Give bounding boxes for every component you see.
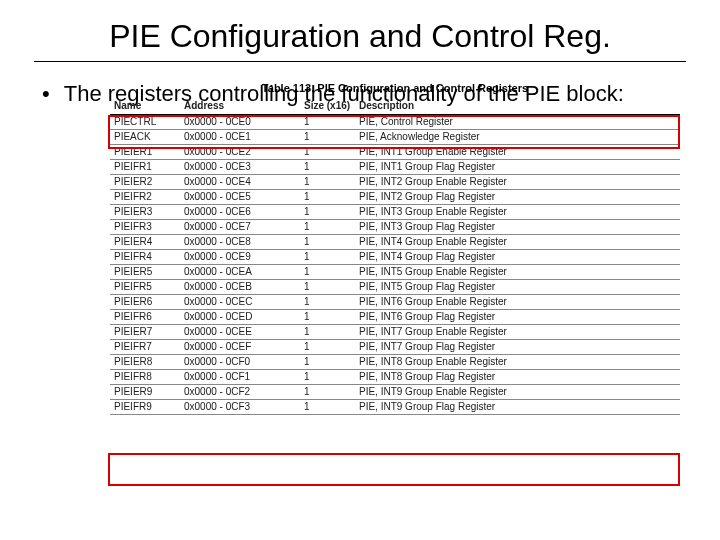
cell-size: 1 <box>300 294 355 309</box>
cell-name: PIEIER6 <box>110 294 180 309</box>
cell-name: PIEIER1 <box>110 144 180 159</box>
cell-size: 1 <box>300 369 355 384</box>
cell-addr: 0x0000 - 0CEF <box>180 339 300 354</box>
cell-desc: PIE, INT8 Group Flag Register <box>355 369 680 384</box>
table-header-row: Name Address Size (x16) Description <box>110 98 680 115</box>
cell-size: 1 <box>300 129 355 144</box>
cell-addr: 0x0000 - 0CF0 <box>180 354 300 369</box>
table-row: PIEIFR70x0000 - 0CEF1PIE, INT7 Group Fla… <box>110 339 680 354</box>
cell-desc: PIE, INT9 Group Enable Register <box>355 384 680 399</box>
table-row: PIEIFR90x0000 - 0CF31PIE, INT9 Group Fla… <box>110 399 680 414</box>
table-row: PIEIER20x0000 - 0CE41PIE, INT2 Group Ena… <box>110 174 680 189</box>
cell-addr: 0x0000 - 0CEB <box>180 279 300 294</box>
cell-name: PIEIFR9 <box>110 399 180 414</box>
title-underline <box>34 61 686 62</box>
cell-desc: PIE, INT2 Group Flag Register <box>355 189 680 204</box>
cell-size: 1 <box>300 354 355 369</box>
register-table: Name Address Size (x16) Description PIEC… <box>110 98 680 415</box>
page-title: PIE Configuration and Control Reg. <box>34 18 686 55</box>
cell-addr: 0x0000 - 0CE9 <box>180 249 300 264</box>
th-size: Size (x16) <box>300 98 355 115</box>
table-row: PIEIFR50x0000 - 0CEB1PIE, INT5 Group Fla… <box>110 279 680 294</box>
cell-desc: PIE, INT3 Group Flag Register <box>355 219 680 234</box>
table-row: PIEIER10x0000 - 0CE21PIE, INT1 Group Ena… <box>110 144 680 159</box>
cell-addr: 0x0000 - 0CE3 <box>180 159 300 174</box>
cell-name: PIEIER3 <box>110 204 180 219</box>
cell-name: PIEIFR8 <box>110 369 180 384</box>
cell-name: PIEIFR2 <box>110 189 180 204</box>
bullet-dot: • <box>42 80 50 108</box>
table-row: PIEIER70x0000 - 0CEE1PIE, INT7 Group Ena… <box>110 324 680 339</box>
cell-desc: PIE, INT1 Group Enable Register <box>355 144 680 159</box>
cell-addr: 0x0000 - 0CE8 <box>180 234 300 249</box>
cell-addr: 0x0000 - 0CE0 <box>180 114 300 129</box>
cell-desc: PIE, INT4 Group Flag Register <box>355 249 680 264</box>
th-description: Description <box>355 98 680 115</box>
cell-name: PIEIER8 <box>110 354 180 369</box>
table-row: PIEIER90x0000 - 0CF21PIE, INT9 Group Ena… <box>110 384 680 399</box>
cell-name: PIEIFR3 <box>110 219 180 234</box>
highlight-box-bottom <box>108 453 680 486</box>
cell-desc: PIE, INT6 Group Enable Register <box>355 294 680 309</box>
register-table-wrap: Table 113. PIE Configuration and Control… <box>110 82 680 415</box>
table-row: PIECTRL0x0000 - 0CE01PIE, Control Regist… <box>110 114 680 129</box>
cell-desc: PIE, INT7 Group Enable Register <box>355 324 680 339</box>
cell-size: 1 <box>300 189 355 204</box>
table-row: PIEIFR60x0000 - 0CED1PIE, INT6 Group Fla… <box>110 309 680 324</box>
th-address: Address <box>180 98 300 115</box>
cell-size: 1 <box>300 234 355 249</box>
cell-name: PIEIFR1 <box>110 159 180 174</box>
cell-size: 1 <box>300 309 355 324</box>
cell-size: 1 <box>300 339 355 354</box>
cell-desc: PIE, Acknowledge Register <box>355 129 680 144</box>
cell-name: PIEIFR4 <box>110 249 180 264</box>
table-row: PIEIFR40x0000 - 0CE91PIE, INT4 Group Fla… <box>110 249 680 264</box>
cell-desc: PIE, INT4 Group Enable Register <box>355 234 680 249</box>
table-row: PIEIFR10x0000 - 0CE31PIE, INT1 Group Fla… <box>110 159 680 174</box>
cell-addr: 0x0000 - 0CE1 <box>180 129 300 144</box>
cell-size: 1 <box>300 219 355 234</box>
cell-name: PIECTRL <box>110 114 180 129</box>
th-name: Name <box>110 98 180 115</box>
cell-size: 1 <box>300 324 355 339</box>
cell-addr: 0x0000 - 0CE5 <box>180 189 300 204</box>
table-row: PIEIFR20x0000 - 0CE51PIE, INT2 Group Fla… <box>110 189 680 204</box>
cell-size: 1 <box>300 279 355 294</box>
cell-desc: PIE, INT2 Group Enable Register <box>355 174 680 189</box>
cell-desc: PIE, INT5 Group Enable Register <box>355 264 680 279</box>
cell-name: PIEIFR6 <box>110 309 180 324</box>
table-row: PIEIER40x0000 - 0CE81PIE, INT4 Group Ena… <box>110 234 680 249</box>
cell-desc: PIE, INT9 Group Flag Register <box>355 399 680 414</box>
cell-size: 1 <box>300 399 355 414</box>
cell-name: PIEIFR5 <box>110 279 180 294</box>
table-row: PIEIER30x0000 - 0CE61PIE, INT3 Group Ena… <box>110 204 680 219</box>
cell-desc: PIE, Control Register <box>355 114 680 129</box>
cell-addr: 0x0000 - 0CE7 <box>180 219 300 234</box>
cell-name: PIEIER9 <box>110 384 180 399</box>
cell-name: PIEIER5 <box>110 264 180 279</box>
cell-addr: 0x0000 - 0CEA <box>180 264 300 279</box>
table-caption: Table 113. PIE Configuration and Control… <box>110 82 680 94</box>
cell-size: 1 <box>300 249 355 264</box>
table-row: PIEIFR30x0000 - 0CE71PIE, INT3 Group Fla… <box>110 219 680 234</box>
cell-size: 1 <box>300 174 355 189</box>
cell-desc: PIE, INT5 Group Flag Register <box>355 279 680 294</box>
cell-size: 1 <box>300 144 355 159</box>
table-row: PIEIFR80x0000 - 0CF11PIE, INT8 Group Fla… <box>110 369 680 384</box>
cell-size: 1 <box>300 114 355 129</box>
cell-addr: 0x0000 - 0CE6 <box>180 204 300 219</box>
cell-name: PIEIER7 <box>110 324 180 339</box>
cell-addr: 0x0000 - 0CED <box>180 309 300 324</box>
cell-name: PIEIFR7 <box>110 339 180 354</box>
cell-desc: PIE, INT8 Group Enable Register <box>355 354 680 369</box>
cell-desc: PIE, INT3 Group Enable Register <box>355 204 680 219</box>
cell-addr: 0x0000 - 0CE4 <box>180 174 300 189</box>
cell-addr: 0x0000 - 0CEC <box>180 294 300 309</box>
cell-addr: 0x0000 - 0CE2 <box>180 144 300 159</box>
table-row: PIEIER60x0000 - 0CEC1PIE, INT6 Group Ena… <box>110 294 680 309</box>
cell-addr: 0x0000 - 0CF1 <box>180 369 300 384</box>
cell-name: PIEIER4 <box>110 234 180 249</box>
cell-size: 1 <box>300 384 355 399</box>
cell-desc: PIE, INT6 Group Flag Register <box>355 309 680 324</box>
cell-desc: PIE, INT7 Group Flag Register <box>355 339 680 354</box>
